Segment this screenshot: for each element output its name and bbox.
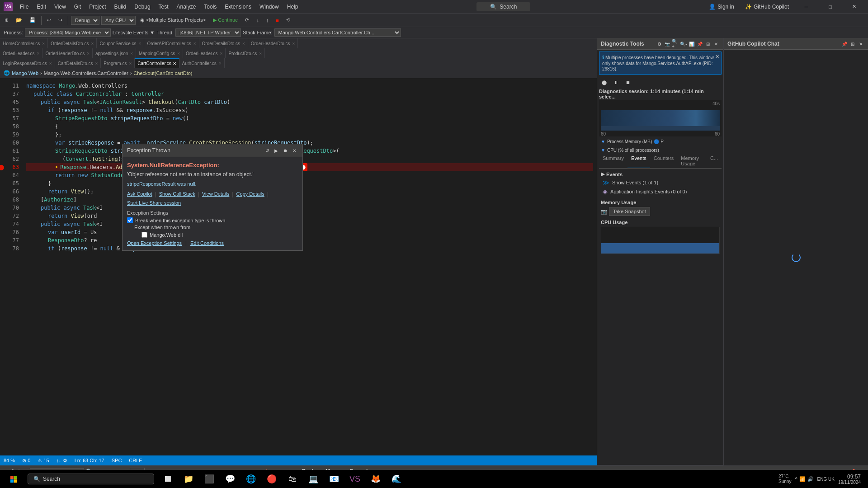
- tray-network-icon[interactable]: 📶: [799, 476, 806, 482]
- taskbar-opera-icon[interactable]: 🔴: [262, 470, 282, 488]
- tab-orderheaderdto1[interactable]: OrderHeaderDto.cs ×: [248, 38, 298, 48]
- tab-loginresponse[interactable]: LoginResponseDto.cs ×: [0, 58, 55, 68]
- breadcrumb-method[interactable]: Checkout(CartDto cartDto): [133, 70, 192, 76]
- menu-edit[interactable]: Edit: [33, 2, 50, 12]
- toolbar-redo[interactable]: ↪: [56, 16, 65, 24]
- diag-pause-btn[interactable]: ⏸: [611, 79, 621, 86]
- live-share-link[interactable]: Start Live Share session: [127, 200, 181, 206]
- take-snapshot-button[interactable]: Take Snapshot: [609, 207, 650, 216]
- nav-arrows[interactable]: ↑↓ ⚙: [57, 458, 67, 464]
- menu-build[interactable]: Build: [111, 2, 130, 12]
- toolbar-restart[interactable]: ⟲: [283, 16, 293, 24]
- dialog-close-icon[interactable]: ✕: [291, 147, 298, 154]
- diag-zoom-in-icon[interactable]: 🔍+: [672, 40, 679, 47]
- copilot-pin-icon[interactable]: 📌: [841, 40, 848, 47]
- tab-orderapicontroller[interactable]: OrderAPIController.cs ×: [144, 38, 199, 48]
- menu-analyze[interactable]: Analyze: [173, 2, 200, 12]
- thread-selector[interactable]: [4836] .NET TP Worker: [175, 28, 241, 37]
- copilot-close-icon[interactable]: ✕: [857, 40, 864, 47]
- tab-cartdetails[interactable]: CartDetailsDto.cs ×: [55, 58, 101, 68]
- tab-authcontroller[interactable]: AuthController.cs ×: [179, 58, 225, 68]
- menu-file[interactable]: File: [16, 2, 32, 12]
- tab-orderdetailsdto2[interactable]: OrderDetailsDto.cs ×: [199, 38, 248, 48]
- app-insights-item[interactable]: ◈ Application Insights Events (0 of 0): [599, 187, 722, 196]
- tray-up-arrow[interactable]: ^: [795, 476, 797, 482]
- tab-orderheader2[interactable]: OrderHeader.cs ×: [183, 48, 226, 58]
- tab-couponservice[interactable]: CouponService.cs ×: [97, 38, 144, 48]
- diag-settings-icon[interactable]: ⚙: [656, 40, 663, 47]
- dialog-reset-icon[interactable]: ↺: [264, 147, 271, 154]
- diag-chart-icon[interactable]: 📊: [688, 40, 695, 47]
- taskbar-dell-icon[interactable]: 💻: [303, 470, 323, 488]
- diag-undock-icon[interactable]: ⊞: [704, 40, 712, 47]
- taskbar-search-bar[interactable]: 🔍 Search: [28, 474, 154, 484]
- events-header[interactable]: ▶ Events: [599, 170, 722, 178]
- menu-view[interactable]: View: [51, 2, 70, 12]
- tab-orderdetailsdto1[interactable]: OrderDetailsDto.cs ×: [48, 38, 97, 48]
- info-close-icon[interactable]: ✕: [715, 54, 719, 60]
- dialog-record-icon[interactable]: ⏺: [282, 147, 289, 154]
- github-copilot-button[interactable]: ✨ GitHub Copilot: [741, 2, 793, 11]
- sign-in-button[interactable]: 👤 Sign in: [705, 2, 738, 11]
- tab-mappingconfig[interactable]: MappingConfig.cs ×: [136, 48, 183, 58]
- show-call-stack-link[interactable]: Show Call Stack: [159, 191, 195, 197]
- taskbar-teams-icon[interactable]: 💬: [220, 470, 240, 488]
- copy-details-link[interactable]: Copy Details: [236, 191, 264, 197]
- diag-tab-cpu[interactable]: C...: [707, 154, 722, 168]
- code-content[interactable]: namespace Mango.Web.Controllers public c…: [23, 78, 597, 455]
- diag-start-btn[interactable]: ⬤: [599, 79, 609, 86]
- minimize-button[interactable]: ─: [796, 0, 816, 14]
- debug-dropdown[interactable]: Debug: [71, 16, 99, 25]
- toolbar-step-into[interactable]: ↓: [254, 16, 262, 24]
- menu-window[interactable]: Window: [256, 2, 283, 12]
- diag-tab-memory[interactable]: Memory Usage: [677, 154, 707, 168]
- toolbar-save[interactable]: 💾: [27, 16, 38, 24]
- tab-appsettings[interactable]: appsettings.json ×: [93, 48, 136, 58]
- maximize-button[interactable]: □: [820, 0, 840, 14]
- taskbar-mail-icon[interactable]: 📧: [324, 470, 344, 488]
- taskbar-browser-icon[interactable]: 🌐: [241, 470, 261, 488]
- taskbar-edge-icon[interactable]: 🌊: [387, 470, 406, 488]
- tab-homecontroller[interactable]: HomeController.cs ×: [0, 38, 48, 48]
- view-details-link[interactable]: View Details: [202, 191, 229, 197]
- diag-pin-icon[interactable]: 📌: [696, 40, 703, 47]
- menu-git[interactable]: Git: [71, 2, 85, 12]
- taskbar-file-icon[interactable]: 📁: [179, 470, 198, 488]
- taskbar-terminal-icon[interactable]: ⬛: [199, 470, 219, 488]
- menu-test[interactable]: Test: [155, 2, 172, 12]
- diag-tab-counters[interactable]: Counters: [650, 154, 678, 168]
- toolbar-stop[interactable]: ■: [273, 16, 282, 24]
- diag-tab-summary[interactable]: Summary: [599, 154, 627, 168]
- break-when-checkbox[interactable]: [127, 217, 133, 223]
- breadcrumb-namespace[interactable]: Mango.Web.Controllers.CartController: [44, 70, 128, 76]
- open-exception-settings-link[interactable]: Open Exception Settings: [127, 240, 182, 246]
- tab-orderheader[interactable]: OrderHeader.cs ×: [0, 48, 42, 58]
- edit-conditions-link[interactable]: Edit Conditions: [190, 240, 224, 246]
- close-button[interactable]: ✕: [844, 0, 864, 14]
- process-selector[interactable]: Process: [3984] Mango.Web.exe: [25, 28, 111, 37]
- toolbar-open[interactable]: 📂: [13, 16, 25, 24]
- taskbar-view-icon[interactable]: ⬜: [158, 470, 178, 488]
- taskbar-firefox-icon[interactable]: 🦊: [366, 470, 386, 488]
- search-bar[interactable]: 🔍 Search: [476, 2, 530, 11]
- diag-tab-events[interactable]: Events: [627, 154, 650, 168]
- ask-copilot-link[interactable]: Ask Copilot: [127, 191, 152, 197]
- stack-frame-selector[interactable]: Mango.Web.Controllers.CartController.Ch.…: [274, 28, 401, 37]
- toolbar-step-out[interactable]: ↑: [264, 16, 272, 24]
- menu-project[interactable]: Project: [85, 2, 109, 12]
- breadcrumb-project[interactable]: Mango.Web: [12, 70, 38, 76]
- diag-camera-icon[interactable]: 📷: [664, 40, 671, 47]
- tab-orderheaderdto2[interactable]: OrderHeaderDto.cs ×: [42, 48, 93, 58]
- tab-cartcontroller[interactable]: CartController.cs ✕: [135, 58, 179, 68]
- copilot-undock-icon[interactable]: ⊞: [849, 40, 856, 47]
- timeline-area[interactable]: 40s 60 60: [599, 100, 722, 136]
- tab-program[interactable]: Program.cs ×: [101, 58, 135, 68]
- taskbar-store-icon[interactable]: 🛍: [283, 470, 302, 488]
- toolbar-undo[interactable]: ↩: [44, 16, 54, 24]
- menu-extensions[interactable]: Extensions: [221, 2, 255, 12]
- menu-tools[interactable]: Tools: [200, 2, 220, 12]
- continue-button[interactable]: ▶ Continue: [210, 16, 241, 24]
- taskbar-start-button[interactable]: [4, 470, 24, 488]
- except-dll-checkbox[interactable]: [142, 232, 147, 238]
- startup-dropdown[interactable]: ◉ <Multiple Startup Projects>: [137, 16, 208, 24]
